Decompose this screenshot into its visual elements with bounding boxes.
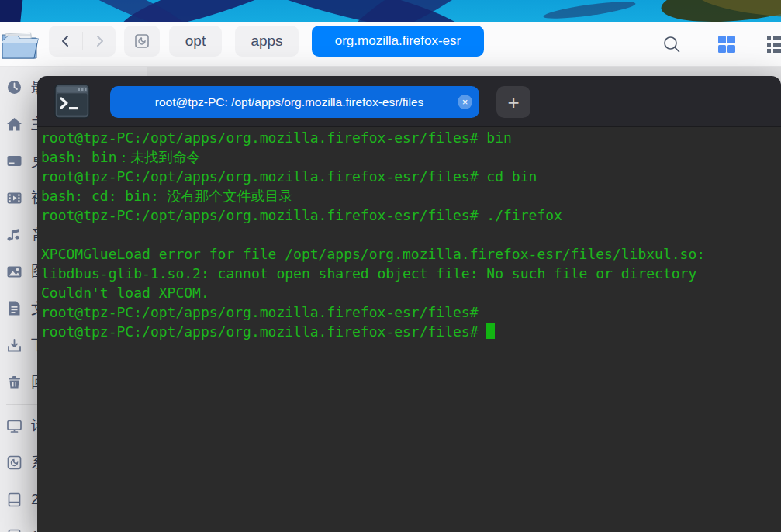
grid-view-icon — [717, 34, 737, 54]
terminal-line: Couldn't load XPCOM. — [41, 283, 781, 302]
terminal-cursor — [486, 323, 495, 339]
terminal-line: root@tpz-PC:/opt/apps/org.mozilla.firefo… — [41, 206, 781, 225]
new-tab-button[interactable]: + — [496, 86, 530, 118]
disk-icon — [6, 492, 22, 508]
terminal-line: root@tpz-PC:/opt/apps/org.mozilla.firefo… — [41, 128, 781, 147]
back-button[interactable] — [49, 26, 82, 57]
disk-icon — [6, 528, 22, 532]
breadcrumb-opt[interactable]: opt — [169, 26, 222, 57]
terminal-output[interactable]: root@tpz-PC:/opt/apps/org.mozilla.firefo… — [37, 127, 781, 532]
system-disk-icon — [6, 454, 22, 471]
terminal-line: bash: bin：未找到命令 — [41, 147, 781, 167]
disk-icon — [133, 32, 151, 50]
file-manager-toolbar: opt apps org.mozilla.firefox-esr — [0, 22, 781, 67]
terminal-tab-bar: root@tpz-PC: /opt/apps/org.mozilla.firef… — [37, 76, 781, 127]
music-icon — [6, 226, 22, 243]
terminal-line: root@tpz-PC:/opt/apps/org.mozilla.firefo… — [41, 167, 781, 186]
terminal-line: XPCOMGlueLoad error for file /opt/apps/o… — [41, 244, 781, 264]
breadcrumb-apps[interactable]: apps — [235, 26, 299, 57]
volume-crumb-button[interactable] — [124, 26, 160, 57]
search-button[interactable] — [662, 34, 682, 54]
icon-view-button[interactable] — [717, 34, 737, 54]
terminal-line — [41, 225, 781, 244]
terminal-line: root@tpz-PC:/opt/apps/org.mozilla.firefo… — [41, 302, 781, 322]
tab-close-button[interactable]: × — [458, 95, 472, 109]
computer-icon — [6, 418, 22, 434]
document-icon — [6, 300, 22, 316]
forward-button[interactable] — [82, 26, 116, 57]
terminal-line: libdbus-glib-1.so.2: cannot open shared … — [41, 264, 781, 283]
home-icon — [6, 116, 22, 133]
terminal-prompt-line: root@tpz-PC:/opt/apps/org.mozilla.firefo… — [41, 322, 781, 341]
file-manager-app-icon — [2, 28, 39, 60]
terminal-icon — [54, 84, 90, 119]
video-icon — [6, 190, 22, 206]
picture-icon — [6, 264, 22, 280]
trash-icon — [6, 374, 22, 390]
terminal-prompt: root@tpz-PC:/opt/apps/org.mozilla.firefo… — [41, 323, 486, 340]
breadcrumb-current[interactable]: org.mozilla.firefox-esr — [312, 26, 484, 57]
terminal-line: bash: cd: bin: 没有那个文件或目录 — [41, 186, 781, 206]
terminal-window: root@tpz-PC: /opt/apps/org.mozilla.firef… — [37, 76, 781, 532]
chevron-left-icon — [57, 33, 74, 50]
terminal-tab[interactable]: root@tpz-PC: /opt/apps/org.mozilla.firef… — [110, 86, 479, 118]
download-icon — [6, 337, 22, 354]
navigation-button-group — [49, 26, 116, 57]
clock-icon — [6, 79, 22, 95]
desktop: opt apps org.mozilla.firefox-esr — [0, 0, 781, 532]
chevron-right-icon — [91, 33, 108, 50]
nav-divider — [82, 32, 83, 50]
list-view-button[interactable] — [766, 34, 781, 54]
desktop-icon — [6, 153, 22, 169]
search-icon — [662, 34, 682, 54]
list-view-icon — [766, 34, 781, 54]
terminal-tab-title: root@tpz-PC: /opt/apps/org.mozilla.firef… — [155, 95, 435, 109]
palm-frond-shape — [543, 0, 637, 22]
